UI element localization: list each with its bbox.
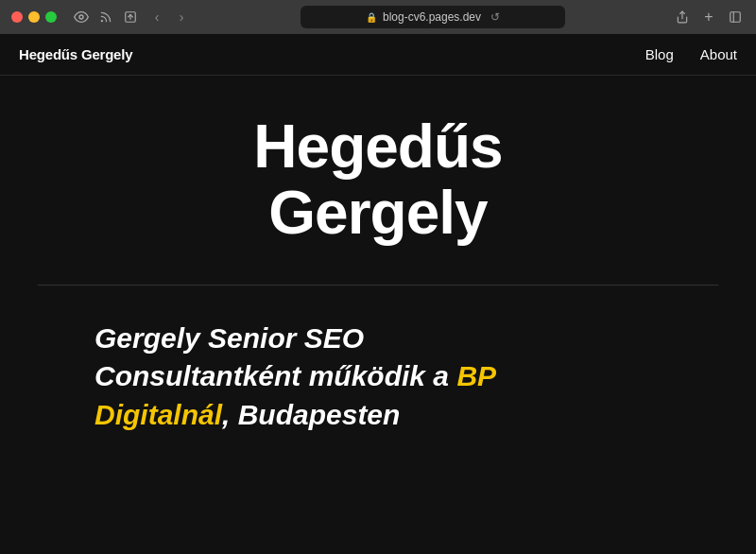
bio-text-before: Gergely Senior SEO Consultantként működi…	[94, 322, 456, 392]
site-nav: Blog About	[645, 46, 737, 62]
forward-button[interactable]: ›	[170, 7, 193, 27]
address-bar[interactable]: 🔒 blog-cv6.pages.dev ↺	[301, 6, 565, 28]
hero-title-line2: Gergely	[268, 179, 487, 247]
address-bar-container: 🔒 blog-cv6.pages.dev ↺	[200, 6, 665, 28]
close-button[interactable]	[11, 11, 23, 23]
hero-title: Hegedűs Gergely	[253, 113, 502, 247]
browser-titlebar: ‹ › 🔒 blog-cv6.pages.dev ↺ +	[0, 0, 756, 34]
hero-title-line1: Hegedűs	[253, 113, 502, 181]
minimize-button[interactable]	[28, 11, 40, 23]
back-button[interactable]: ‹	[146, 7, 168, 27]
site-brand[interactable]: Hegedűs Gergely	[19, 46, 132, 62]
browser-window: ‹ › 🔒 blog-cv6.pages.dev ↺ +	[0, 0, 756, 554]
bio-text: Gergely Senior SEO Consultantként működi…	[94, 320, 567, 435]
url-text: blog-cv6.pages.dev	[383, 10, 481, 24]
traffic-lights	[11, 11, 57, 23]
svg-rect-7	[730, 12, 741, 23]
share-button[interactable]	[673, 8, 692, 26]
svg-point-0	[79, 15, 83, 19]
site-navbar: Hegedűs Gergely Blog About	[0, 34, 756, 76]
lock-icon: 🔒	[366, 12, 377, 23]
reload-button[interactable]: ↺	[490, 10, 500, 24]
sidebar-button[interactable]	[726, 8, 745, 26]
browser-actions: +	[673, 8, 745, 26]
new-tab-button[interactable]: +	[699, 8, 718, 26]
nav-blog[interactable]: Blog	[645, 46, 674, 62]
maximize-button[interactable]	[45, 11, 57, 23]
section-divider	[38, 285, 718, 286]
bio-text-after: , Budapesten	[222, 399, 400, 430]
nav-about[interactable]: About	[700, 46, 737, 62]
eye-icon[interactable]	[74, 9, 89, 25]
svg-point-1	[101, 21, 102, 22]
send-icon[interactable]	[123, 9, 138, 25]
nav-buttons: ‹ ›	[146, 7, 193, 27]
page-content: Hegedűs Gergely Gergely Senior SEO Consu…	[0, 76, 756, 554]
rss-icon[interactable]	[98, 9, 113, 25]
toolbar-icons	[74, 9, 138, 25]
